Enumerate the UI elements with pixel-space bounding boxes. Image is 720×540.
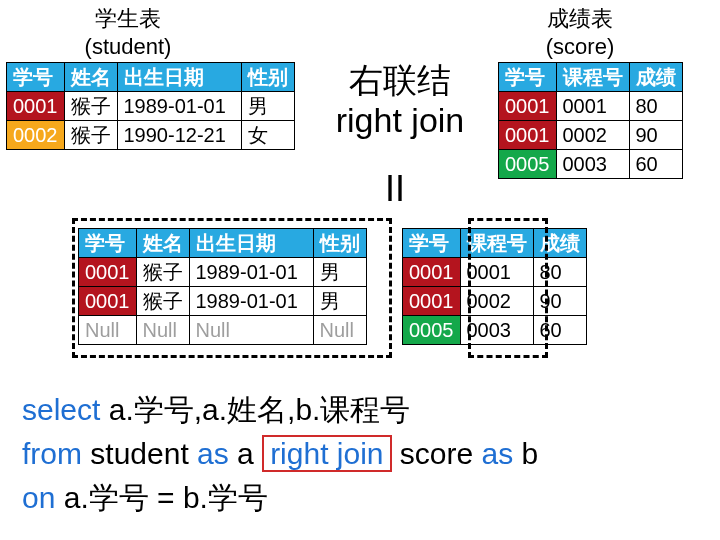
- cell-id: 0001: [79, 287, 137, 316]
- cell-id: 0001: [499, 121, 557, 150]
- cell-id: Null: [79, 316, 137, 345]
- cell-name: 猴子: [136, 287, 189, 316]
- th-name: 姓名: [136, 229, 189, 258]
- kw-as-b: as: [482, 437, 514, 470]
- th-sex: 性别: [241, 63, 294, 92]
- join-label: 右联结 right join: [310, 60, 490, 140]
- kw-on: on: [22, 481, 55, 514]
- cell-course: 0001: [556, 92, 629, 121]
- th-course: 课程号: [556, 63, 629, 92]
- table-row: Null Null Null Null: [79, 316, 367, 345]
- cell-id: 0001: [403, 258, 461, 287]
- cell-name: 猴子: [136, 258, 189, 287]
- cell-dob: 1990-12-21: [117, 121, 241, 150]
- result-student-table: 学号 姓名 出生日期 性别 0001 猴子 1989-01-01 男 0001 …: [78, 228, 367, 345]
- cell-score: 90: [533, 287, 586, 316]
- cell-name: 猴子: [64, 121, 117, 150]
- sql-line-1: select a.学号,a.姓名,b.课程号: [22, 388, 538, 432]
- cell-course: 0002: [556, 121, 629, 150]
- table-row: 0001 0001 80: [403, 258, 587, 287]
- th-name: 姓名: [64, 63, 117, 92]
- cell-course: 0003: [556, 150, 629, 179]
- th-id: 学号: [499, 63, 557, 92]
- cell-score: 80: [629, 92, 682, 121]
- cell-dob: 1989-01-01: [189, 258, 313, 287]
- cell-score: 60: [533, 316, 586, 345]
- cell-course: 0002: [460, 287, 533, 316]
- sql-b: b: [513, 437, 538, 470]
- cell-sex: 男: [313, 258, 366, 287]
- student-table: 学号 姓名 出生日期 性别 0001 猴子 1989-01-01 男 0002 …: [6, 62, 295, 150]
- th-dob: 出生日期: [189, 229, 313, 258]
- th-id: 学号: [403, 229, 461, 258]
- sql-score: score: [392, 437, 482, 470]
- cell-score: 80: [533, 258, 586, 287]
- cell-id: 0005: [403, 316, 461, 345]
- score-title-cn: 成绩表: [500, 4, 660, 34]
- score-table: 学号 课程号 成绩 0001 0001 80 0001 0002 90 0005…: [498, 62, 683, 179]
- cell-id: 0001: [499, 92, 557, 121]
- sql-line-2: from student as a right join score as b: [22, 432, 538, 476]
- th-score: 成绩: [533, 229, 586, 258]
- th-id: 学号: [7, 63, 65, 92]
- th-course: 课程号: [460, 229, 533, 258]
- join-label-cn: 右联结: [310, 60, 490, 100]
- sql-a: a: [229, 437, 262, 470]
- join-label-en: right join: [310, 100, 490, 140]
- cell-dob: 1989-01-01: [117, 92, 241, 121]
- cell-name: 猴子: [64, 92, 117, 121]
- sql-fields: a.学号,a.姓名,b.课程号: [100, 393, 410, 426]
- kw-select: select: [22, 393, 100, 426]
- result-score-table: 学号 课程号 成绩 0001 0001 80 0001 0002 90 0005…: [402, 228, 587, 345]
- cell-id: 0001: [7, 92, 65, 121]
- cell-dob: Null: [189, 316, 313, 345]
- th-score: 成绩: [629, 63, 682, 92]
- th-sex: 性别: [313, 229, 366, 258]
- cell-score: 90: [629, 121, 682, 150]
- cell-sex: 男: [241, 92, 294, 121]
- table-row: 0001 0001 80: [499, 92, 683, 121]
- cell-course: 0003: [460, 316, 533, 345]
- cell-sex: 女: [241, 121, 294, 150]
- sql-cond: a.学号 = b.学号: [55, 481, 268, 514]
- table-row: 0001 猴子 1989-01-01 男: [79, 287, 367, 316]
- table-row: 0005 0003 60: [499, 150, 683, 179]
- cell-dob: 1989-01-01: [189, 287, 313, 316]
- student-title: 学生表 (student): [48, 4, 208, 60]
- sql-query: select a.学号,a.姓名,b.课程号 from student as a…: [22, 388, 538, 520]
- kw-from: from: [22, 437, 82, 470]
- cell-id: 0001: [403, 287, 461, 316]
- table-row: 0001 0002 90: [403, 287, 587, 316]
- th-dob: 出生日期: [117, 63, 241, 92]
- sql-student: student: [82, 437, 197, 470]
- equals-sign: II: [350, 168, 440, 210]
- cell-name: Null: [136, 316, 189, 345]
- score-title: 成绩表 (score): [500, 4, 660, 60]
- kw-rightjoin: right join: [262, 435, 391, 472]
- table-row: 0001 猴子 1989-01-01 男: [7, 92, 295, 121]
- cell-score: 60: [629, 150, 682, 179]
- table-row: 0002 猴子 1990-12-21 女: [7, 121, 295, 150]
- score-title-en: (score): [500, 34, 660, 60]
- sql-line-3: on a.学号 = b.学号: [22, 476, 538, 520]
- th-id: 学号: [79, 229, 137, 258]
- table-row: 0001 0002 90: [499, 121, 683, 150]
- cell-sex: 男: [313, 287, 366, 316]
- student-title-cn: 学生表: [48, 4, 208, 34]
- table-row: 0005 0003 60: [403, 316, 587, 345]
- cell-sex: Null: [313, 316, 366, 345]
- cell-id: 0005: [499, 150, 557, 179]
- cell-course: 0001: [460, 258, 533, 287]
- student-title-en: (student): [48, 34, 208, 60]
- cell-id: 0001: [79, 258, 137, 287]
- table-row: 0001 猴子 1989-01-01 男: [79, 258, 367, 287]
- kw-as-a: as: [197, 437, 229, 470]
- cell-id: 0002: [7, 121, 65, 150]
